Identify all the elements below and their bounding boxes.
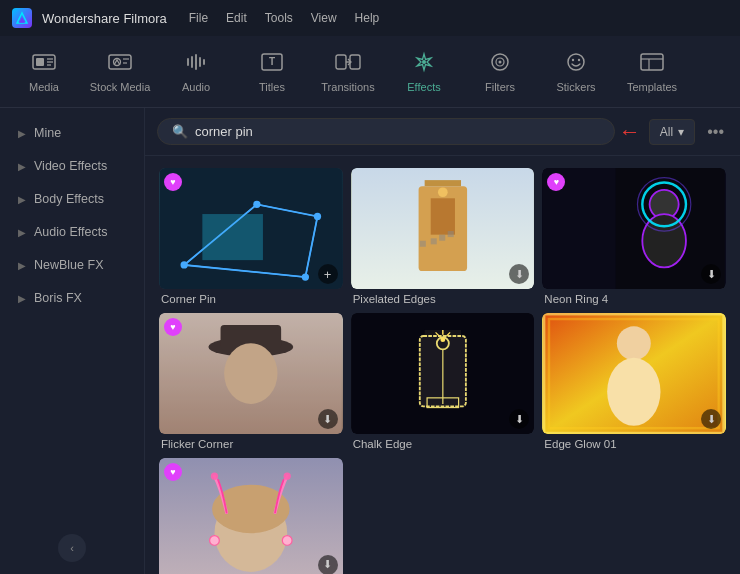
sidebar-item-video-effects[interactable]: ▶ Video Effects bbox=[4, 150, 140, 182]
svg-point-19 bbox=[499, 60, 502, 63]
item-label: Corner Pin bbox=[159, 293, 343, 305]
effects-grid: ♥ + Corner Pin bbox=[159, 168, 726, 574]
title-bar: Wondershare Filmora File Edit Tools View… bbox=[0, 0, 740, 36]
download-badge: ⬇ bbox=[318, 409, 338, 429]
svg-point-69 bbox=[617, 327, 651, 361]
filter-chevron-icon: ▾ bbox=[678, 125, 684, 139]
svg-point-20 bbox=[568, 54, 584, 70]
list-item[interactable]: ♥ ⬇ Neon Ring 4 bbox=[542, 168, 726, 305]
transitions-icon bbox=[335, 51, 361, 77]
list-item[interactable]: ♥ ⬇ Flicker Corner bbox=[159, 313, 343, 450]
sidebar-item-audio-effects[interactable]: ▶ Audio Effects bbox=[4, 216, 140, 248]
svg-point-77 bbox=[284, 473, 291, 480]
search-input[interactable] bbox=[195, 124, 600, 139]
list-item[interactable]: ♥ ⬇ Neon Horns bbox=[159, 458, 343, 574]
menu-edit[interactable]: Edit bbox=[226, 11, 247, 25]
sidebar-mine-label: Mine bbox=[34, 126, 61, 140]
list-item[interactable]: ⬇ Edge Glow 01 bbox=[542, 313, 726, 450]
heart-badge: ♥ bbox=[164, 173, 182, 191]
more-options-button[interactable]: ••• bbox=[703, 123, 728, 141]
item-label: Edge Glow 01 bbox=[542, 438, 726, 450]
menu-help[interactable]: Help bbox=[355, 11, 380, 25]
svg-point-64 bbox=[440, 337, 445, 342]
toolbar: Media Stock Media Audio T bbox=[0, 36, 740, 108]
stock-icon bbox=[107, 51, 133, 77]
arrow-video: ▶ bbox=[18, 161, 26, 172]
svg-rect-44 bbox=[447, 231, 453, 237]
svg-point-16 bbox=[422, 60, 426, 64]
svg-point-41 bbox=[438, 187, 448, 197]
svg-rect-13 bbox=[336, 55, 346, 69]
item-label: Neon Ring 4 bbox=[542, 293, 726, 305]
toolbar-stock-label: Stock Media bbox=[90, 81, 151, 93]
toolbar-transitions[interactable]: Transitions bbox=[312, 40, 384, 104]
media-icon bbox=[31, 51, 57, 77]
menu-view[interactable]: View bbox=[311, 11, 337, 25]
collapse-icon: ‹ bbox=[70, 542, 74, 554]
search-bar: 🔍 ← All ▾ ••• bbox=[145, 108, 740, 156]
sidebar-audio-label: Audio Effects bbox=[34, 225, 107, 239]
svg-rect-23 bbox=[641, 54, 663, 70]
svg-rect-40 bbox=[430, 198, 454, 234]
toolbar-stickers-label: Stickers bbox=[556, 81, 595, 93]
svg-point-78 bbox=[210, 536, 220, 546]
filter-button[interactable]: All ▾ bbox=[649, 119, 695, 145]
toolbar-templates[interactable]: Templates bbox=[616, 40, 688, 104]
sidebar-collapse-button[interactable]: ‹ bbox=[58, 534, 86, 562]
toolbar-stickers[interactable]: Stickers bbox=[540, 40, 612, 104]
toolbar-templates-label: Templates bbox=[627, 81, 677, 93]
sidebar-item-mine[interactable]: ▶ Mine bbox=[4, 117, 140, 149]
svg-point-75 bbox=[212, 485, 290, 533]
stickers-icon bbox=[564, 51, 588, 77]
svg-rect-32 bbox=[202, 214, 263, 260]
arrow-mine: ▶ bbox=[18, 128, 26, 139]
toolbar-media-label: Media bbox=[29, 81, 59, 93]
item-label: Chalk Edge bbox=[351, 438, 535, 450]
toolbar-audio-label: Audio bbox=[182, 81, 210, 93]
effects-grid-area: ♥ + Corner Pin bbox=[145, 156, 740, 574]
toolbar-media[interactable]: Media bbox=[8, 40, 80, 104]
menu-bar: File Edit Tools View Help bbox=[189, 11, 380, 25]
toolbar-filters[interactable]: Filters bbox=[464, 40, 536, 104]
list-item[interactable]: ♥ + Corner Pin bbox=[159, 168, 343, 305]
thumb-pixelated: ⬇ bbox=[351, 168, 535, 289]
search-input-wrap[interactable]: 🔍 bbox=[157, 118, 615, 145]
item-label: Pixelated Edges bbox=[351, 293, 535, 305]
menu-tools[interactable]: Tools bbox=[265, 11, 293, 25]
search-icon: 🔍 bbox=[172, 124, 188, 139]
toolbar-audio[interactable]: Audio bbox=[160, 40, 232, 104]
item-label: Flicker Corner bbox=[159, 438, 343, 450]
svg-point-70 bbox=[607, 358, 660, 426]
svg-point-76 bbox=[211, 473, 218, 480]
svg-rect-45 bbox=[419, 241, 425, 247]
toolbar-effects-label: Effects bbox=[407, 81, 440, 93]
sidebar-video-label: Video Effects bbox=[34, 159, 107, 173]
sidebar-item-boris-fx[interactable]: ▶ Boris FX bbox=[4, 282, 140, 314]
svg-point-21 bbox=[572, 58, 574, 60]
toolbar-titles-label: Titles bbox=[259, 81, 285, 93]
toolbar-titles[interactable]: T Titles bbox=[236, 40, 308, 104]
sidebar-boris-label: Boris FX bbox=[34, 291, 82, 305]
red-arrow-indicator: ← bbox=[619, 119, 641, 145]
filters-icon bbox=[488, 51, 512, 77]
menu-file[interactable]: File bbox=[189, 11, 208, 25]
svg-text:T: T bbox=[269, 56, 275, 67]
filter-label: All bbox=[660, 125, 673, 139]
thumb-chalk: ⬇ bbox=[351, 313, 535, 434]
list-item[interactable]: ⬇ Pixelated Edges bbox=[351, 168, 535, 305]
arrow-newblue: ▶ bbox=[18, 260, 26, 271]
sidebar-item-body-effects[interactable]: ▶ Body Effects bbox=[4, 183, 140, 215]
toolbar-stock[interactable]: Stock Media bbox=[84, 40, 156, 104]
add-badge: + bbox=[318, 264, 338, 284]
thumb-neon-ring: ♥ ⬇ bbox=[542, 168, 726, 289]
sidebar-body-label: Body Effects bbox=[34, 192, 104, 206]
app-name: Wondershare Filmora bbox=[42, 11, 167, 26]
app-logo bbox=[12, 8, 32, 28]
sidebar: ▶ Mine ▶ Video Effects ▶ Body Effects ▶ … bbox=[0, 108, 145, 574]
toolbar-effects[interactable]: Effects bbox=[388, 40, 460, 104]
svg-rect-56 bbox=[160, 313, 342, 434]
list-item[interactable]: ⬇ Chalk Edge bbox=[351, 313, 535, 450]
sidebar-newblue-label: NewBlue FX bbox=[34, 258, 103, 272]
titles-icon: T bbox=[260, 51, 284, 77]
sidebar-item-newblue-fx[interactable]: ▶ NewBlue FX bbox=[4, 249, 140, 281]
